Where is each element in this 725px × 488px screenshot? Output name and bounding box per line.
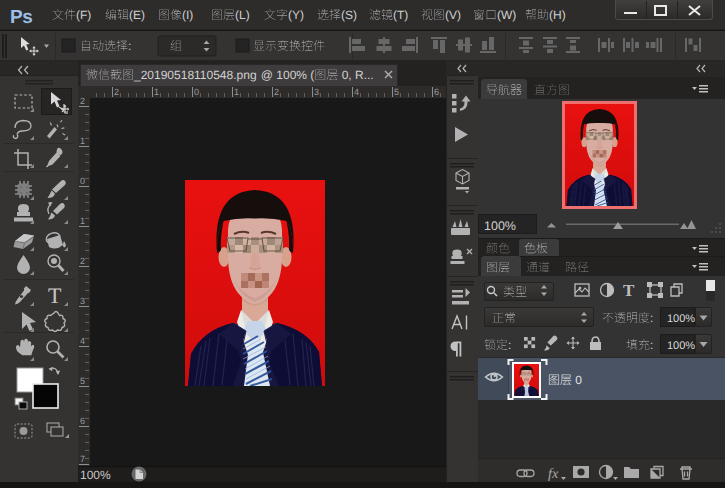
svg-text::: : [508,338,511,352]
svg-text:@: @ [261,68,273,82]
svg-text:0,: 0, [342,68,352,82]
svg-text::: : [650,338,653,352]
svg-text:(: ( [310,68,314,82]
svg-text:0: 0 [80,176,85,186]
svg-text:(I): (I) [182,8,193,22]
svg-text:100%: 100% [667,313,695,325]
svg-text:3: 3 [80,296,85,306]
svg-text:100%: 100% [80,468,111,482]
svg-text:1: 1 [80,216,85,226]
svg-text:(W): (W) [497,8,516,22]
svg-text:100%: 100% [667,340,695,352]
svg-text:(Y): (Y) [288,8,304,22]
svg-text:_20190518110548.png: _20190518110548.png [133,68,257,82]
svg-text:5: 5 [80,376,85,386]
svg-text::: : [128,39,131,53]
svg-text:1: 1 [234,87,239,97]
svg-text:0: 0 [575,373,582,387]
svg-text:R...: R... [355,68,374,82]
svg-text:Ps: Ps [10,7,32,28]
svg-text:1: 1 [80,136,85,146]
svg-text:5: 5 [394,87,399,97]
svg-text:(L): (L) [235,8,250,22]
svg-text:6: 6 [434,87,439,97]
svg-text::: : [650,311,653,325]
svg-text:(S): (S) [341,8,357,22]
svg-text:2: 2 [80,96,85,106]
svg-text:4: 4 [80,336,85,346]
svg-text:(T): (T) [393,8,408,22]
svg-text:(H): (H) [549,8,566,22]
svg-text:(E): (E) [129,8,145,22]
svg-text:2: 2 [114,87,119,97]
svg-text:(F): (F) [76,8,91,22]
svg-text:(V): (V) [445,8,461,22]
svg-text:2: 2 [274,87,279,97]
svg-text:3: 3 [314,87,319,97]
svg-text:0: 0 [194,87,199,97]
svg-text:4: 4 [354,87,359,97]
svg-text:2: 2 [80,256,85,266]
svg-text:6: 6 [80,416,85,426]
svg-text:100%: 100% [484,219,516,233]
svg-text:1: 1 [154,87,159,97]
svg-text:7: 7 [80,454,85,464]
svg-text:100%: 100% [276,68,307,82]
